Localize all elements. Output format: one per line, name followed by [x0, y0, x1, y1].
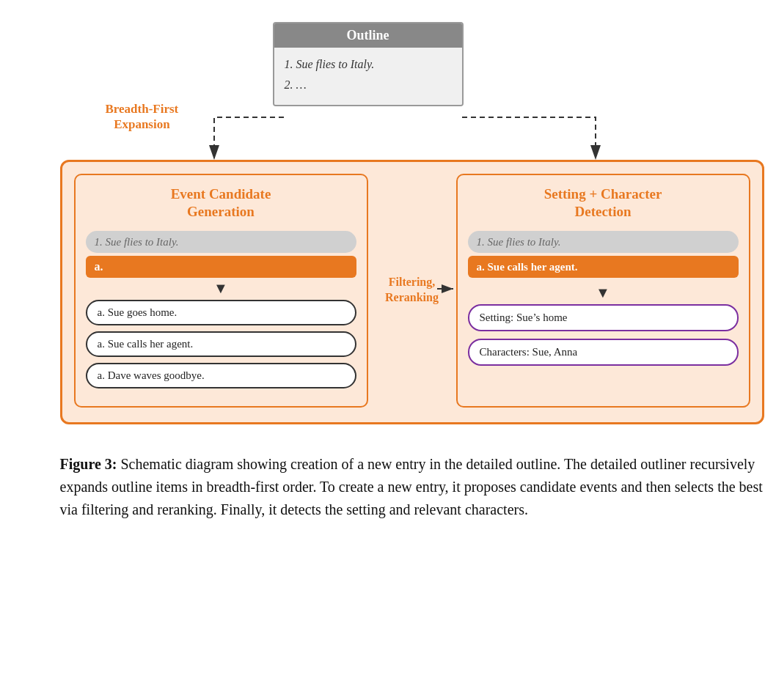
candidate-item-0: a. Sue goes home. [86, 300, 356, 325]
left-panel: Event Candidate Generation 1. Sue flies … [74, 174, 368, 408]
outline-item-2: 2. … [285, 78, 452, 92]
characters-box: Characters: Sue, Anna [468, 339, 739, 366]
right-input-text: 1. Sue flies to Italy. [477, 236, 561, 248]
outline-item-1: 1. Sue flies to Italy. [285, 58, 452, 71]
right-selected-row: a. Sue calls her agent. [468, 256, 739, 278]
right-input-row: 1. Sue flies to Italy. [468, 231, 739, 253]
left-arrow-down: ▼ [86, 281, 356, 295]
right-selected-text: a. Sue calls her agent. [477, 261, 578, 273]
breadth-first-label: Breadth-First Expansion [106, 101, 179, 133]
left-input-row: 1. Sue flies to Italy. [86, 231, 356, 253]
figure-caption-text: Schematic diagram showing creation of a … [60, 456, 763, 517]
left-selected-text: a. [95, 260, 103, 273]
panels-wrapper: Event Candidate Generation 1. Sue flies … [62, 174, 762, 408]
right-panel-title: Setting + Character Detection [468, 185, 739, 221]
outline-header: Outline [274, 23, 462, 48]
left-input-text: 1. Sue flies to Italy. [95, 236, 179, 248]
setting-box: Setting: Sue’s home [468, 304, 739, 331]
main-container: Event Candidate Generation 1. Sue flies … [60, 160, 764, 424]
figure-caption: Figure 3: Schematic diagram showing crea… [60, 453, 764, 521]
right-panel: Setting + Character Detection 1. Sue fli… [456, 174, 750, 408]
outline-box: Outline 1. Sue flies to Italy. 2. … [273, 22, 464, 106]
left-panel-title: Event Candidate Generation [86, 185, 356, 221]
candidate-item-1: a. Sue calls her agent. [86, 331, 356, 357]
left-selected-row: a. [86, 256, 356, 278]
filtering-reranking-label: Filtering, Reranking [385, 275, 439, 306]
middle-section: Filtering, Reranking [368, 174, 456, 408]
diagram-area: Outline 1. Sue flies to Italy. 2. … Brea… [60, 22, 764, 432]
figure-caption-bold: Figure 3: [60, 456, 117, 472]
right-arrow-down: ▼ [468, 285, 739, 300]
outline-body: 1. Sue flies to Italy. 2. … [274, 48, 462, 105]
candidate-item-2: a. Dave waves goodbye. [86, 363, 356, 388]
